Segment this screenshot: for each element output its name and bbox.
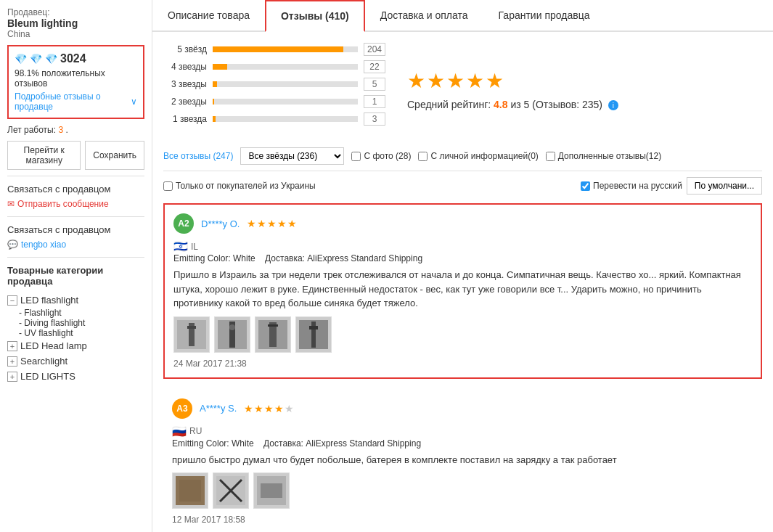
seller-rating-box: 💎 💎 💎 3024 98.1% положительных отзывов П… <box>7 45 144 119</box>
tab-reviews[interactable]: Отзывы (410) <box>265 0 365 32</box>
bar-label-1: 1 звезда <box>163 114 207 124</box>
review-img-2-1[interactable] <box>172 472 208 509</box>
rating-bars: 5 звёзд 204 4 звезды 22 3 <box>163 43 385 126</box>
review-img-1-2[interactable] <box>214 316 250 353</box>
with-photo-checkbox[interactable] <box>351 152 361 161</box>
big-star-1: ★ <box>407 69 425 93</box>
category-searchlight[interactable]: + Searchlight <box>7 353 144 369</box>
rating-diamonds-row: 💎 💎 💎 3024 <box>15 52 137 65</box>
review-stars-2: ★ ★ ★ ★ ★ <box>244 403 294 414</box>
go-to-store-button[interactable]: Перейти к магазину <box>7 141 81 170</box>
bar-track-4 <box>213 64 358 70</box>
bar-track-5 <box>213 46 358 52</box>
main-content: Описание товара Отзывы (410) Доставка и … <box>152 0 773 532</box>
with-photo-filter[interactable]: С фото (28) <box>351 151 411 161</box>
review-header-1: A2 D****y O. ★ ★ ★ ★ ★ <box>173 213 752 234</box>
bar-count-3: 5 <box>364 78 385 91</box>
category-sub-flashlight[interactable]: - Flashlight <box>7 308 144 318</box>
bar-row-2: 2 звезды 1 <box>163 95 385 108</box>
bar-label-2: 2 звезды <box>163 97 207 107</box>
save-button[interactable]: Сохранить <box>85 141 144 170</box>
category-title: Товарные категории продавца <box>7 265 144 287</box>
review-meta-2: Emitting Color: White Доставка: AliExpre… <box>172 438 753 449</box>
category-led-lights[interactable]: + LED LIGHTS <box>7 369 144 384</box>
ukraine-checkbox[interactable] <box>163 181 173 191</box>
review-star-1-4: ★ <box>277 218 287 229</box>
bar-count-4: 22 <box>364 60 385 73</box>
review-text-1: Пришло в Израиль за три недели трек отсл… <box>173 268 752 311</box>
review-star-1-3: ★ <box>267 218 277 229</box>
tab-description[interactable]: Описание товара <box>152 0 265 32</box>
with-info-filter[interactable]: С личной информацией(0) <box>418 151 538 161</box>
store-buttons-row: Перейти к магазину Сохранить <box>7 141 144 170</box>
info-icon[interactable]: i <box>608 100 618 110</box>
review-img-2-3[interactable] <box>253 472 290 509</box>
plus-icon-1: + <box>7 341 17 351</box>
reviewer-name-2[interactable]: A****y S. <box>200 403 237 414</box>
svg-point-5 <box>229 324 235 330</box>
translate-filter[interactable]: Перевести на русский <box>581 181 682 191</box>
bar-count-5: 204 <box>364 43 385 56</box>
filter-row-2: Только от покупателей из Украины Перевес… <box>163 177 762 195</box>
bar-track-2 <box>213 99 358 105</box>
svg-rect-2 <box>187 326 196 329</box>
rating-link[interactable]: Подробные отзывы о продавце ∨ <box>15 91 137 112</box>
tabs-bar: Описание товара Отзывы (410) Доставка и … <box>152 0 773 32</box>
svg-rect-13 <box>179 480 201 502</box>
bar-label-4: 4 звезды <box>163 62 207 72</box>
divider-3 <box>7 257 144 258</box>
reviewer-name-1[interactable]: D****y O. <box>201 218 240 229</box>
review-meta-1: Emitting Color: White Доставка: AliExpre… <box>173 253 752 263</box>
big-star-3: ★ <box>446 69 465 93</box>
review-star-2-3: ★ <box>264 403 274 414</box>
review-star-1-1: ★ <box>247 218 256 229</box>
chat-icon: 💬 <box>7 240 18 250</box>
with-info-checkbox[interactable] <box>418 152 428 161</box>
review-img-1-4[interactable] <box>295 316 332 353</box>
seller-profile-link[interactable]: 💬 tengbo xiao <box>7 240 144 250</box>
default-button[interactable]: По умолчани... <box>687 177 762 195</box>
review-img-1-3[interactable] <box>255 316 291 353</box>
flag-il: 🇮🇱 <box>173 240 188 253</box>
big-star-4: ★ <box>466 69 484 93</box>
review-date-1: 24 Mar 2017 21:38 <box>173 359 752 369</box>
additional-filter[interactable]: Дополненные отзывы(12) <box>546 151 661 161</box>
bar-label-5: 5 звёзд <box>163 44 207 54</box>
big-star-2: ★ <box>427 69 445 93</box>
additional-checkbox[interactable] <box>546 152 555 161</box>
avg-rating-text: Средний рейтинг: 4.8 из 5 (Отзывов: 235)… <box>407 99 618 111</box>
review-star-1-5: ★ <box>287 218 297 229</box>
contact-section-2: Связаться с продавцом 💬 tengbo xiao <box>7 224 144 250</box>
ukraine-filter[interactable]: Только от покупателей из Украины <box>163 181 316 191</box>
tab-warranty[interactable]: Гарантии продавца <box>483 0 605 32</box>
send-message-link[interactable]: ✉ Отправить сообщение <box>7 199 144 209</box>
bar-count-1: 3 <box>364 112 385 126</box>
stars-filter-select[interactable]: Все звёзды (236) <box>240 147 344 165</box>
category-sub-diving[interactable]: - Diving flashlight <box>7 318 144 328</box>
review-star-2-5: ★ <box>285 403 294 414</box>
svg-rect-18 <box>261 483 282 498</box>
category-sub-uv[interactable]: - UV flashlight <box>7 328 144 338</box>
bar-fill-1 <box>213 116 216 122</box>
filter-left: Только от покупателей из Украины <box>163 181 316 191</box>
filter-row-1: Все отзывы (247) Все звёзды (236) С фото… <box>163 147 762 171</box>
review-header-2: A3 A****y S. ★ ★ ★ ★ ★ <box>172 398 753 419</box>
review-img-2-2[interactable] <box>213 472 249 509</box>
contact-title-1: Связаться с продавцом <box>7 184 144 195</box>
bar-row-4: 4 звезды 22 <box>163 60 385 73</box>
diamond-icon-1: 💎 <box>15 53 27 65</box>
bar-label-3: 3 звезды <box>163 79 207 89</box>
category-led-flashlight[interactable]: − LED flashlight <box>7 292 144 308</box>
chevron-down-icon: ∨ <box>131 97 137 107</box>
all-reviews-link[interactable]: Все отзывы (247) <box>163 151 233 161</box>
category-section: Товарные категории продавца − LED flashl… <box>7 265 144 384</box>
review-card-2: A3 A****y S. ★ ★ ★ ★ ★ 🇷🇺 RU <box>163 390 762 533</box>
category-led-headlamp[interactable]: + LED Head lamp <box>7 338 144 353</box>
review-stars-1: ★ ★ ★ ★ ★ <box>247 218 297 229</box>
stars-summary: ★ ★ ★ ★ ★ Средний рейтинг: 4.8 из 5 (Отз… <box>385 69 618 111</box>
tab-delivery[interactable]: Доставка и оплата <box>365 0 483 32</box>
sidebar: Продавец: Bleum lighting China 💎 💎 💎 302… <box>0 0 152 532</box>
translate-checkbox[interactable] <box>581 181 590 191</box>
review-img-1-1[interactable] <box>173 316 210 353</box>
big-stars: ★ ★ ★ ★ ★ <box>407 69 504 93</box>
